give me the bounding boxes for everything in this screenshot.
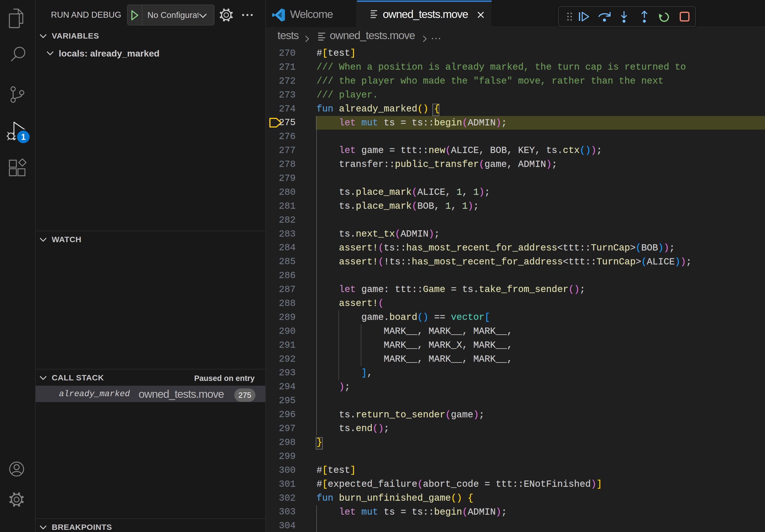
svg-text:1: 1 (21, 132, 25, 142)
